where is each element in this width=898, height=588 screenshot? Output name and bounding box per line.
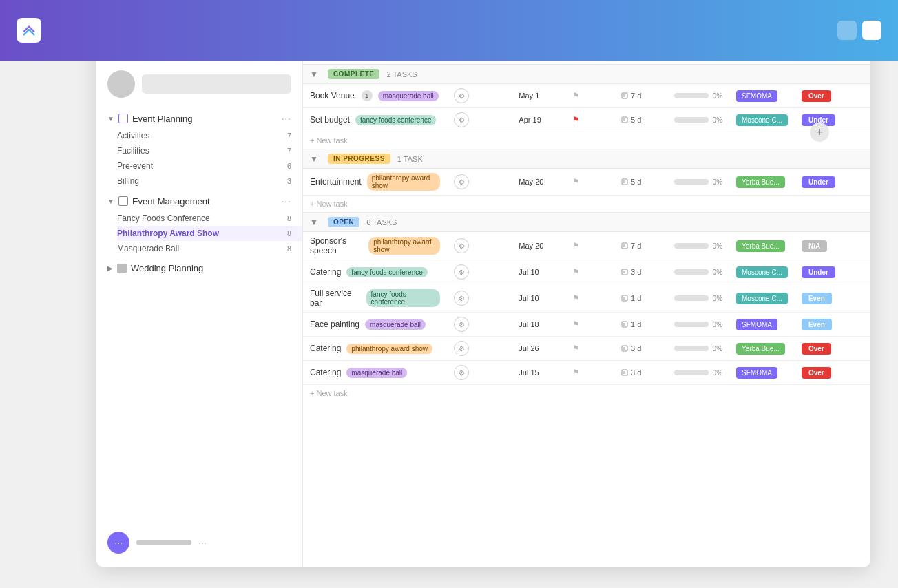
task-row[interactable]: Set budget fancy foods conference ⚙ Apr … [303,108,870,132]
task-name-text: Catering [310,344,341,353]
progress-pct: 0% [713,178,722,186]
task-assigned-cell: ⚙ [447,284,512,313]
task-budget-cell: Under [795,260,870,284]
task-assigned-cell: ⚙ [447,337,512,361]
task-tag: masquerade ball [378,91,439,101]
budget-badge: Under [802,266,835,278]
new-task-button-in-progress[interactable]: + New task [310,200,348,208]
sidebar-item-pre-event[interactable]: Pre-event 6 [117,158,302,174]
budget-badge: Under [802,176,835,188]
task-tag: philanthropy award show [367,173,440,191]
task-tbody: ▼ COMPLETE 2 TASKS Book Venue 1 masquera… [303,65,870,402]
task-time-cell: 5 d [614,108,667,132]
due-date: May 20 [519,242,543,250]
chat-icon[interactable]: ··· [107,532,129,554]
task-due-cell: Jul 26 [512,337,565,361]
budget-badge: Over [802,367,831,379]
task-row[interactable]: Catering philanthropy award show ⚙ Jul 2… [303,337,870,361]
task-name-text: Full service bar [310,288,361,308]
sidebar-group-label-wedding-planning: Wedding Planning [131,263,291,273]
sidebar-group-header-event-management[interactable]: ▼ Event Management ··· [96,191,302,211]
task-location-cell: SFMOMA [729,361,795,385]
time-est: 5 d [621,178,660,186]
progress-mini-bar [674,370,709,375]
task-tag: fancy foods conference [366,289,441,307]
progress-pct: 0% [713,295,722,302]
sidebar-item-fancy-foods[interactable]: Fancy Foods Conference 8 [117,211,302,226]
sidebar-search-box[interactable] [142,74,291,94]
main-content: + TASK ASSIGNED TO DUE DATE PRIORITY TIM… [303,21,870,567]
task-row[interactable]: Face painting masquerade ball ⚙ Jul 18 ⚑… [303,313,870,337]
task-location-cell: SFMOMA [729,84,795,108]
task-assigned-cell: ⚙ [447,232,512,260]
new-task-button-complete[interactable]: + New task [310,136,348,145]
task-row[interactable]: Book Venue 1 masquerade ball ⚙ May 1 ⚑ 7… [303,84,870,108]
task-time-cell: 3 d [614,337,667,361]
sidebar-chat: ··· ··· [107,532,207,554]
task-time-cell: 3 d [614,260,667,284]
collapse-btn-open[interactable]: ▼ [310,218,318,227]
sidebar-item-philanthropy[interactable]: Philanthropy Award Show 8 [117,226,302,241]
sidebar-group-dots-event-management[interactable]: ··· [281,196,291,207]
sidebar-group-dots-event-planning[interactable]: ··· [281,113,291,124]
top-bar-btn-2[interactable] [862,21,881,40]
section-header-complete: ▼ COMPLETE 2 TASKS [303,65,870,84]
task-progress-cell: 0% [667,313,729,337]
collapse-btn-complete[interactable]: ▼ [310,70,318,79]
progress-pct: 0% [713,321,722,328]
sidebar-group-header-wedding-planning[interactable]: ▶ Wedding Planning [96,259,302,277]
task-location-cell: Moscone C... [729,284,795,313]
task-due-cell: Jul 10 [512,260,565,284]
sidebar-item-masquerade[interactable]: Masquerade Ball 8 [117,241,302,256]
due-date: Jul 10 [519,268,539,276]
task-due-cell: Apr 19 [512,108,565,132]
task-name-text: Set budget [310,115,350,125]
time-est: 7 d [621,92,660,100]
progress-pct: 0% [713,242,722,250]
add-task-button[interactable]: + [810,123,829,142]
task-due-cell: May 20 [512,232,565,260]
top-bar-btn-1[interactable] [837,21,857,40]
task-assigned-cell: ⚙ [447,169,512,196]
collapse-arrow-wedding-planning[interactable]: ▶ [107,264,113,272]
sidebar-search-area [107,70,291,98]
new-task-row-complete: + New task [303,132,870,149]
task-row[interactable]: Catering masquerade ball ⚙ Jul 15 ⚑ 3 d [303,361,870,385]
task-due-cell: May 20 [512,169,565,196]
sidebar: ▼ Event Planning ··· Activities 7 Facili… [96,21,303,567]
task-row[interactable]: Entertainment philanthropy award show ⚙ … [303,169,870,196]
section-header-in-progress: ▼ IN PROGRESS 1 TASK [303,149,870,169]
new-task-button-open[interactable]: + New task [310,389,348,397]
collapse-btn-in-progress[interactable]: ▼ [310,154,318,164]
task-tag: fancy foods conference [355,115,436,125]
task-progress-cell: 0% [667,84,729,108]
chat-dots: ··· [198,537,207,548]
sidebar-sub-label-facilities: Facilities [117,146,283,156]
task-row[interactable]: Full service bar fancy foods conference … [303,284,870,313]
task-name-text: Book Venue [310,91,355,101]
task-row[interactable]: Catering fancy foods conference ⚙ Jul 10… [303,260,870,284]
task-name-cell: Catering fancy foods conference [303,260,447,284]
progress-pct: 0% [713,92,722,100]
task-name-text: Face painting [310,319,359,329]
sidebar-group-header-event-planning[interactable]: ▼ Event Planning ··· [96,109,302,128]
task-location-cell: Moscone C... [729,108,795,132]
collapse-arrow-event-planning[interactable]: ▼ [107,115,114,123]
location-badge: Yerba Bue... [736,240,785,252]
main-container: ▼ Event Planning ··· Activities 7 Facili… [96,21,870,567]
task-priority-cell: ⚑ [565,108,614,132]
sidebar-item-activities[interactable]: Activities 7 [117,128,302,143]
folder-icon-event-management [118,196,128,206]
avatar-gear: ⚙ [454,341,469,356]
section-header-open: ▼ OPEN 6 TASKS [303,213,870,232]
collapse-arrow-event-management[interactable]: ▼ [107,198,114,205]
avatar-gear: ⚙ [454,317,469,332]
task-budget-cell: Over [795,84,870,108]
sidebar-group-label-event-planning: Event Planning [132,114,277,124]
sidebar-item-facilities[interactable]: Facilities 7 [117,143,302,158]
task-time-cell: 1 d [614,284,667,313]
priority-flag: ⚑ [572,177,580,187]
priority-flag: ⚑ [572,241,580,251]
task-row[interactable]: Sponsor's speech philanthropy award show… [303,232,870,260]
sidebar-item-billing[interactable]: Billing 3 [117,174,302,189]
